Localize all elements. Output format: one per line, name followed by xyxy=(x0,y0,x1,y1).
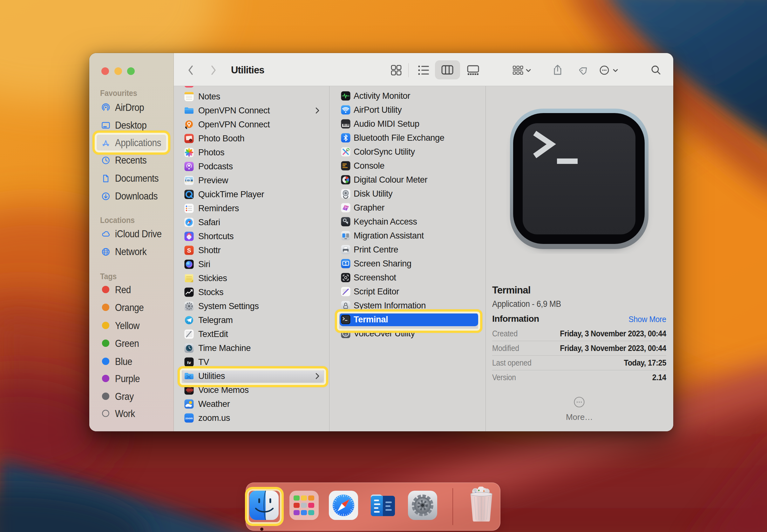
svg-text:zoom: zoom xyxy=(185,417,193,420)
svg-text:S: S xyxy=(187,247,191,254)
svg-text:tv: tv xyxy=(187,360,191,365)
